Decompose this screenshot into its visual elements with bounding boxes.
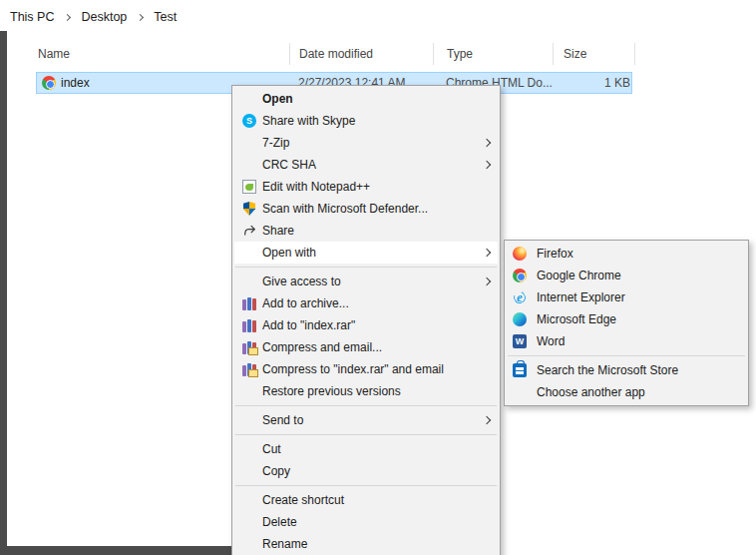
column-header-type[interactable]: Type: [447, 42, 473, 66]
chevron-right-icon: [64, 14, 71, 21]
column-header-size[interactable]: Size: [564, 42, 586, 66]
icon-slot: [236, 202, 262, 216]
file-size: 1 KB: [541, 73, 630, 93]
microsoft-store-icon: [513, 363, 527, 377]
icon-slot: [511, 247, 529, 261]
menu-item-copy[interactable]: Copy: [234, 460, 498, 482]
icon-slot: [42, 73, 56, 93]
word-icon: [513, 334, 527, 348]
menu-item-scan-with-defender[interactable]: Scan with Microsoft Defender...: [234, 198, 498, 220]
menu-separator: [235, 485, 497, 486]
chevron-right-icon: [483, 139, 491, 147]
menu-item-give-access-to[interactable]: Give access to: [234, 271, 498, 292]
submenu-item-internet-explorer[interactable]: Internet Explorer: [507, 286, 746, 308]
winrar-email-icon: [242, 340, 256, 354]
menu-item-label: Create shortcut: [262, 493, 490, 507]
chevron-right-icon: [483, 249, 491, 257]
chevron-right-icon: [483, 278, 491, 285]
column-headers: Name Date modified Type Size: [36, 42, 674, 66]
notepadpp-icon: [242, 180, 256, 194]
chrome-icon: [513, 269, 527, 282]
menu-item-add-to-archive[interactable]: Add to archive...: [234, 292, 498, 314]
column-header-date-modified[interactable]: Date modified: [299, 42, 373, 66]
menu-item-label: Share with Skype: [262, 114, 490, 128]
submenu-item-word[interactable]: Word: [507, 330, 746, 352]
defender-shield-icon: [242, 202, 256, 216]
breadcrumb-item-this-pc[interactable]: This PC: [10, 10, 54, 24]
skype-icon: [242, 114, 256, 128]
submenu-item-label: Search the Microsoft Store: [537, 363, 738, 377]
column-header-name[interactable]: Name: [38, 42, 70, 66]
menu-item-send-to[interactable]: Send to: [234, 409, 498, 431]
open-with-submenu: Firefox Google Chrome Internet Explorer …: [504, 240, 749, 406]
menu-item-label: 7-Zip: [262, 136, 476, 150]
winrar-email-icon: [242, 362, 256, 376]
icon-slot: [236, 340, 262, 354]
menu-item-share[interactable]: Share: [234, 220, 498, 242]
menu-separator: [235, 405, 497, 406]
icon-slot: [236, 318, 262, 332]
submenu-item-label: Word: [537, 334, 738, 348]
menu-item-delete[interactable]: Delete: [234, 511, 498, 533]
submenu-item-choose-another-app[interactable]: Choose another app: [507, 381, 746, 403]
icon-slot: [236, 224, 262, 238]
menu-item-label: Send to: [262, 413, 476, 427]
submenu-item-label: Internet Explorer: [537, 290, 738, 304]
menu-item-label: Give access to: [262, 275, 476, 288]
submenu-item-search-microsoft-store[interactable]: Search the Microsoft Store: [507, 359, 746, 381]
submenu-item-microsoft-edge[interactable]: Microsoft Edge: [507, 308, 746, 330]
menu-item-label: Delete: [262, 515, 490, 529]
menu-item-share-with-skype[interactable]: Share with Skype: [234, 110, 498, 132]
context-menu: Open Share with Skype 7-Zip CRC SHA Edit…: [231, 85, 501, 555]
menu-item-label: Copy: [262, 464, 490, 478]
menu-item-label: Restore previous versions: [262, 384, 490, 398]
menu-item-label: Add to archive...: [262, 296, 490, 310]
ie-icon: [513, 290, 527, 304]
menu-separator: [235, 434, 497, 435]
menu-item-crc-sha[interactable]: CRC SHA: [234, 154, 498, 176]
menu-item-rename[interactable]: Rename: [234, 533, 498, 555]
icon-slot: [511, 334, 529, 348]
menu-item-label: Compress and email...: [262, 340, 490, 354]
breadcrumb: This PC Desktop Test: [10, 0, 177, 34]
submenu-item-firefox[interactable]: Firefox: [507, 243, 746, 265]
menu-item-label: Cut: [262, 442, 490, 456]
column-divider: [634, 43, 635, 65]
menu-separator: [235, 267, 497, 268]
submenu-item-label: Google Chrome: [537, 269, 738, 282]
menu-item-open-with[interactable]: Open with: [234, 242, 498, 264]
edge-icon: [513, 312, 527, 326]
chevron-right-icon: [483, 161, 491, 169]
chrome-icon: [42, 76, 56, 90]
icon-slot: [236, 362, 262, 376]
menu-item-create-shortcut[interactable]: Create shortcut: [234, 489, 498, 511]
menu-item-open[interactable]: Open: [234, 88, 498, 110]
submenu-item-label: Choose another app: [537, 385, 738, 399]
menu-item-label: Edit with Notepad++: [262, 180, 490, 194]
menu-item-compress-to-index-rar-and-email[interactable]: Compress to "index.rar" and email: [234, 358, 498, 380]
submenu-item-google-chrome[interactable]: Google Chrome: [507, 265, 746, 286]
menu-item-7zip[interactable]: 7-Zip: [234, 132, 498, 154]
menu-item-label: Add to "index.rar": [262, 318, 490, 332]
icon-slot: [236, 296, 262, 310]
menu-item-label: Rename: [262, 537, 490, 551]
menu-item-restore-previous-versions[interactable]: Restore previous versions: [234, 380, 498, 402]
chevron-right-icon: [483, 416, 491, 424]
menu-item-label: Open: [262, 92, 490, 106]
menu-item-label: Share: [262, 224, 490, 238]
breadcrumb-item-desktop[interactable]: Desktop: [81, 10, 127, 24]
file-name: index: [61, 73, 90, 93]
breadcrumb-item-test[interactable]: Test: [154, 10, 177, 24]
menu-item-label: Scan with Microsoft Defender...: [262, 202, 490, 216]
menu-item-add-to-index-rar[interactable]: Add to "index.rar": [234, 314, 498, 336]
column-divider: [433, 43, 434, 65]
menu-item-cut[interactable]: Cut: [234, 438, 498, 460]
menu-item-label: Open with: [262, 246, 476, 260]
menu-item-compress-and-email[interactable]: Compress and email...: [234, 336, 498, 358]
winrar-icon: [242, 296, 256, 310]
menu-item-edit-with-notepadpp[interactable]: Edit with Notepad++: [234, 176, 498, 198]
menu-item-label: CRC SHA: [262, 158, 476, 172]
icon-slot: [511, 269, 529, 282]
submenu-item-label: Firefox: [537, 247, 738, 261]
column-divider: [289, 43, 290, 65]
